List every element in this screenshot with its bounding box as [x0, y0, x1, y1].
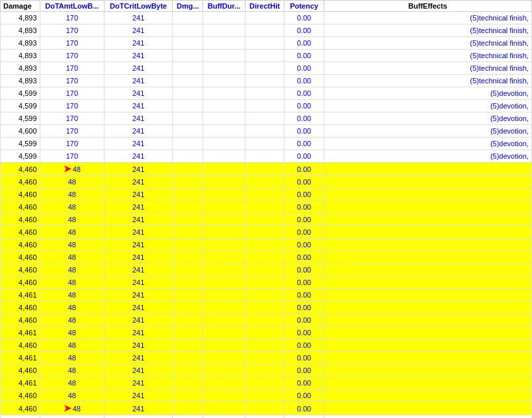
cell-buffdur: [203, 302, 245, 314]
cell-buffdur: [203, 314, 245, 327]
cell-buffdur: [203, 163, 245, 176]
cell-buffeffects: (5)devotion,: [324, 125, 531, 138]
cell-dotcrit: 241: [105, 276, 173, 289]
cell-buffeffects: [324, 176, 531, 188]
cell-dmg: [173, 163, 203, 176]
table-header: Damage DoTAmtLowB... DoTCritLowByte Dmg.…: [1, 1, 532, 12]
cell-dmg: [173, 377, 203, 390]
cell-potency: 0.00: [285, 176, 324, 188]
cell-directhit: [245, 188, 285, 201]
cell-buffeffects: (5)devotion,: [324, 87, 531, 100]
cell-buffeffects: (5)devotion,: [324, 138, 531, 150]
cell-directhit: [245, 314, 285, 327]
cell-buffdur: [203, 100, 245, 112]
cell-dotamt: 170: [40, 87, 105, 100]
cell-buffdur: [203, 188, 245, 201]
table-row: 4,5991702410.00(5)devotion,: [1, 112, 532, 125]
cell-dotamt: 48: [40, 327, 105, 339]
cell-dotamt: 48: [40, 239, 105, 251]
table-row: 4,5991702410.00(5)devotion,: [1, 138, 532, 150]
cell-buffdur: [203, 24, 245, 37]
cell-damage: 4,460: [1, 402, 40, 415]
table-row: 4,460482410.00: [1, 201, 532, 214]
cell-potency: 0.00: [285, 377, 324, 390]
cell-buffeffects: [324, 264, 531, 276]
cell-buffeffects: [324, 289, 531, 302]
cell-buffeffects: [324, 214, 531, 226]
cell-dmg: [173, 364, 203, 377]
cell-directhit: [245, 214, 285, 226]
cell-dotamt: 48: [40, 302, 105, 314]
cell-dotamt: 48: [40, 201, 105, 214]
cell-potency: 0.00: [285, 415, 324, 419]
cell-dotamt: 48: [40, 314, 105, 327]
cell-directhit: [245, 302, 285, 314]
cell-potency: 0.00: [285, 163, 324, 176]
cell-buffeffects: [324, 251, 531, 264]
cell-dmg: [173, 112, 203, 125]
cell-dotcrit: 241: [105, 176, 173, 188]
cell-dotamt: 48: [40, 364, 105, 377]
col-header-dotcrit: DoTCritLowByte: [105, 1, 173, 12]
cell-damage: 4,893: [1, 62, 40, 75]
cell-dmg: [173, 289, 203, 302]
col-header-directhit: DirectHit: [245, 1, 285, 12]
cell-dotcrit: 241: [105, 352, 173, 364]
cell-damage: 4,662: [1, 415, 40, 419]
cell-directhit: [245, 75, 285, 87]
cell-directhit: [245, 138, 285, 150]
cell-damage: 4,599: [1, 112, 40, 125]
cell-dotcrit: 241: [105, 138, 173, 150]
table-row: 4,460482410.00: [1, 226, 532, 239]
cell-directhit: [245, 377, 285, 390]
cell-dotamt: 170: [40, 50, 105, 62]
cell-potency: 0.00: [285, 150, 324, 163]
cell-dotcrit: 241: [105, 150, 173, 163]
cell-damage: 4,460: [1, 226, 40, 239]
table-row: 4,460482410.00: [1, 302, 532, 314]
table-row: 4,460482410.00: [1, 314, 532, 327]
cell-potency: 0.00: [285, 352, 324, 364]
cell-buffeffects: [324, 302, 531, 314]
table-row: 4,460482410.00: [1, 239, 532, 251]
col-header-dotamt: DoTAmtLowB...: [40, 1, 105, 12]
cell-dmg: [173, 239, 203, 251]
cell-dmg: [173, 226, 203, 239]
cell-buffeffects: [324, 314, 531, 327]
cell-damage: 4,893: [1, 24, 40, 37]
cell-dmg: [173, 12, 203, 24]
cell-buffdur: [203, 201, 245, 214]
cell-dotcrit: 241: [105, 75, 173, 87]
cell-dotamt: 170: [40, 138, 105, 150]
cell-buffdur: [203, 364, 245, 377]
cell-directhit: [245, 176, 285, 188]
cell-potency: 0.00: [285, 100, 324, 112]
cell-potency: 0.00: [285, 87, 324, 100]
cell-dotamt: 48: [40, 264, 105, 276]
cell-directhit: [245, 264, 285, 276]
cell-directhit: [245, 201, 285, 214]
cell-potency: 0.00: [285, 50, 324, 62]
cell-damage: 4,460: [1, 188, 40, 201]
cell-directhit: [245, 12, 285, 24]
cell-potency: 0.00: [285, 201, 324, 214]
table-row: 4,8931702410.00(5)technical finish,: [1, 75, 532, 87]
cell-dotamt: 170: [40, 100, 105, 112]
cell-directhit: [245, 62, 285, 75]
cell-damage: 4,599: [1, 150, 40, 163]
col-header-potency: Potency: [285, 1, 324, 12]
cell-potency: 0.00: [285, 314, 324, 327]
table-row: 4,6001702410.00(5)devotion,: [1, 125, 532, 138]
cell-dotamt: 170: [40, 125, 105, 138]
cell-dmg: [173, 214, 203, 226]
table-row: 4,460482410.00: [1, 264, 532, 276]
cell-damage: 4,893: [1, 12, 40, 24]
cell-buffeffects: [324, 339, 531, 352]
cell-directhit: [245, 276, 285, 289]
cell-dotcrit: 241: [105, 377, 173, 390]
table-row: 4,460➤482410.00: [1, 163, 532, 176]
cell-dotcrit: 241: [105, 364, 173, 377]
cell-dotcrit: 241: [105, 314, 173, 327]
cell-buffeffects: (5)devotion,: [324, 150, 531, 163]
cell-buffdur: [203, 276, 245, 289]
